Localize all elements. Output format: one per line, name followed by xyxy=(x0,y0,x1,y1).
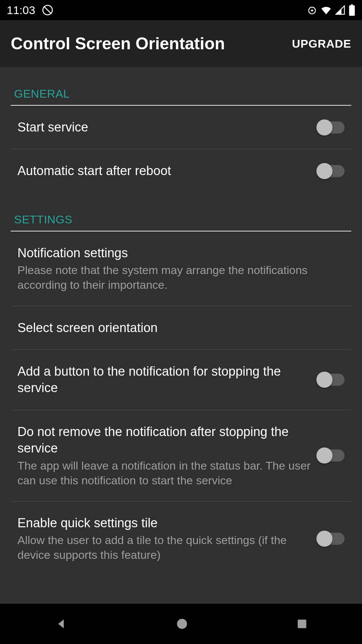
item-start-service[interactable]: Start service xyxy=(11,106,351,149)
nav-back-button[interactable] xyxy=(54,617,68,631)
nav-recent-button[interactable] xyxy=(296,618,308,630)
item-subtitle: Please note that the system may arrange … xyxy=(17,263,345,292)
svg-rect-7 xyxy=(298,620,307,628)
item-text: Notification settings Please note that t… xyxy=(17,245,345,292)
item-text: Start service xyxy=(17,119,311,136)
switch-knob xyxy=(316,372,333,388)
upgrade-button[interactable]: UPGRADE xyxy=(292,37,351,50)
section-header-general: GENERAL xyxy=(11,67,351,106)
status-left: 11:03 xyxy=(7,4,53,17)
switch-knob xyxy=(316,163,333,179)
svg-rect-5 xyxy=(351,4,353,6)
nav-home-button[interactable] xyxy=(176,618,188,630)
status-time: 11:03 xyxy=(7,4,35,17)
switch-knob xyxy=(316,531,333,547)
item-title: Select screen orientation xyxy=(17,320,345,336)
toggle-quick-tile[interactable] xyxy=(318,533,345,545)
item-text: Add a button to the notification for sto… xyxy=(17,363,311,396)
toggle-stop-button[interactable] xyxy=(318,374,345,386)
navigation-bar xyxy=(0,604,362,644)
section-header-settings: SETTINGS xyxy=(11,193,351,231)
item-select-orientation[interactable]: Select screen orientation xyxy=(11,306,351,350)
item-text: Select screen orientation xyxy=(17,320,345,336)
item-subtitle: The app will leave a notification in the… xyxy=(17,458,311,488)
toggle-start-service[interactable] xyxy=(318,121,345,133)
item-keep-notification[interactable]: Do not remove the notification after sto… xyxy=(11,410,351,501)
app-bar: Control Screen Orientation UPGRADE xyxy=(0,20,362,67)
item-title: Notification settings xyxy=(17,245,345,261)
switch-knob xyxy=(316,447,333,464)
item-notification-settings[interactable]: Notification settings Please note that t… xyxy=(11,231,351,306)
wifi-icon xyxy=(320,4,332,16)
settings-list[interactable]: GENERAL Start service Automatic start af… xyxy=(0,67,362,604)
signal-icon xyxy=(335,5,345,15)
item-title: Do not remove the notification after sto… xyxy=(17,424,311,457)
item-subtitle: Allow the user to add a tile to the quic… xyxy=(17,533,311,562)
item-text: Enable quick settings tile Allow the use… xyxy=(17,515,311,562)
battery-icon xyxy=(349,4,355,16)
item-text: Automatic start after reboot xyxy=(17,163,311,179)
svg-rect-4 xyxy=(349,5,355,16)
status-bar: 11:03 xyxy=(0,0,362,20)
item-quick-settings-tile[interactable]: Enable quick settings tile Allow the use… xyxy=(11,501,351,576)
status-right xyxy=(307,4,355,16)
alarm-plus-icon xyxy=(307,5,317,15)
item-auto-start[interactable]: Automatic start after reboot xyxy=(11,149,351,193)
item-text: Do not remove the notification after sto… xyxy=(17,424,311,488)
item-title: Enable quick settings tile xyxy=(17,515,311,531)
switch-knob xyxy=(316,119,333,136)
orientation-lock-icon xyxy=(42,4,53,16)
item-stop-button-notification[interactable]: Add a button to the notification for sto… xyxy=(11,350,351,410)
item-title: Automatic start after reboot xyxy=(17,163,311,179)
toggle-auto-start[interactable] xyxy=(318,165,345,177)
item-title: Add a button to the notification for sto… xyxy=(17,363,311,396)
svg-point-6 xyxy=(177,619,187,629)
item-title: Start service xyxy=(17,119,311,136)
toggle-keep-notification[interactable] xyxy=(318,449,345,462)
app-title: Control Screen Orientation xyxy=(11,34,225,53)
